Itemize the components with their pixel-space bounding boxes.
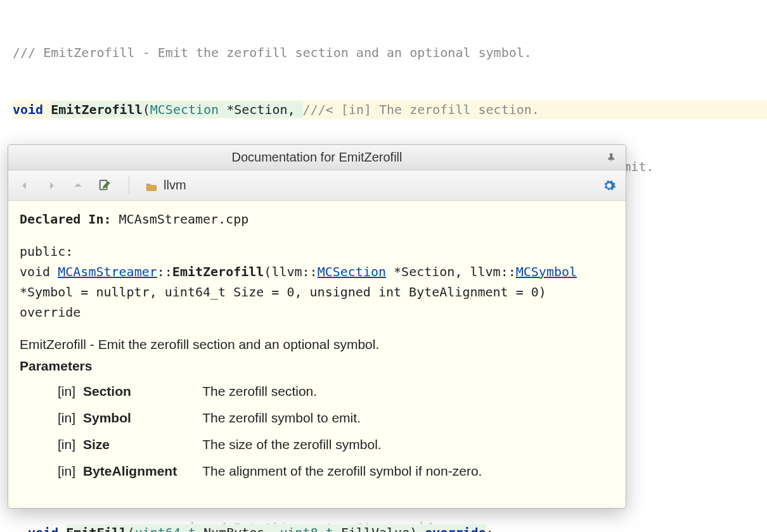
declaration-line: Declared In: MCAsmStreamer.cpp <box>20 210 614 229</box>
comment-line: /// EmitZerofill - Emit the zerofill sec… <box>13 43 767 62</box>
text: *Symbol = nullptr, uint64_t Size = 0, un… <box>20 284 546 320</box>
access: public: <box>20 244 73 259</box>
gear-icon <box>602 179 616 193</box>
param-desc: The size of the zerofill symbol. <box>202 431 488 458</box>
edit-source-button[interactable] <box>97 178 112 193</box>
keyword: void <box>13 102 43 117</box>
description: EmitZerofill - Emit the zerofill section… <box>20 335 614 354</box>
project-link[interactable]: llvm <box>146 178 186 193</box>
text: ( <box>127 525 135 532</box>
pin-icon[interactable] <box>605 151 618 164</box>
popup-titlebar[interactable]: Documentation for EmitZerofill <box>8 145 626 170</box>
param-direction: [in] <box>45 405 83 431</box>
param-row: [in]ByteAlignmentThe alignment of the ze… <box>45 458 488 484</box>
parameters-title: Parameters <box>20 357 614 376</box>
folder-icon <box>146 180 157 191</box>
type: uint8_t <box>280 525 333 532</box>
keyword: override <box>425 525 486 532</box>
text: ( <box>143 102 150 117</box>
space <box>58 525 66 532</box>
signature: public: void MCAsmStreamer::EmitZerofill… <box>20 241 614 322</box>
param-direction: [in] <box>45 378 83 405</box>
popup-title-text: Documentation for EmitZerofill <box>232 150 403 165</box>
param-name: Section <box>83 378 202 405</box>
declared-in-label: Declared In: <box>20 212 112 227</box>
text: ; <box>486 525 494 532</box>
documentation-popup: Documentation for EmitZerofill llvm <box>8 144 626 509</box>
declared-in-file: MCAsmStreamer.cpp <box>119 212 249 227</box>
param-name: Symbol <box>83 405 202 431</box>
param-desc: The alignment of the zerofill symbol if … <box>202 458 488 484</box>
text <box>43 102 51 117</box>
popup-toolbar: llvm <box>8 170 626 201</box>
text: NumBytes, <box>196 525 280 532</box>
type: MCSection <box>150 102 219 117</box>
project-name: llvm <box>164 178 186 193</box>
param-desc: The zerofill section. <box>202 378 488 405</box>
void: void <box>20 264 58 279</box>
text: *Section, llvm:: <box>386 264 516 279</box>
comment: ///< [in] The zerofill section. <box>303 102 539 117</box>
toolbar-separator <box>129 177 129 194</box>
text: (llvm:: <box>264 264 317 279</box>
up-button[interactable] <box>70 178 86 193</box>
text: FillValue) <box>333 525 425 532</box>
settings-button[interactable] <box>602 178 617 193</box>
param-name: ByteAlignment <box>83 458 202 484</box>
highlighted-line: void EmitZerofill(MCSection *Section, //… <box>13 100 767 119</box>
type: uint64_t <box>135 525 196 532</box>
mcsymbol-link[interactable]: MCSymbol <box>516 264 577 279</box>
function-name: EmitZerofill <box>51 102 143 117</box>
param-row: [in]SymbolThe zerofill symbol to emit. <box>45 405 488 431</box>
parameters-table: [in]SectionThe zerofill section. [in]Sym… <box>45 378 488 484</box>
back-button[interactable] <box>17 178 32 193</box>
sep: :: <box>157 264 172 279</box>
text: *Section, <box>219 102 302 117</box>
popup-body[interactable]: Declared In: MCAsmStreamer.cpp public: v… <box>8 201 626 508</box>
keyword: void <box>28 525 58 532</box>
class-link[interactable]: MCAsmStreamer <box>58 264 157 279</box>
code-line-bottom: void EmitFill(uint64_t NumBytes, uint8_t… <box>13 510 494 532</box>
param-direction: [in] <box>45 431 83 458</box>
param-row: [in]SectionThe zerofill section. <box>45 378 488 405</box>
mcsection-link[interactable]: MCSection <box>318 264 386 279</box>
param-desc: The zerofill symbol to emit. <box>202 405 488 431</box>
function-name: EmitFill <box>66 525 127 532</box>
param-row: [in]SizeThe size of the zerofill symbol. <box>45 431 488 458</box>
function-name: EmitZerofill <box>172 264 264 279</box>
param-name: Size <box>83 431 202 458</box>
param-direction: [in] <box>45 458 83 484</box>
forward-button[interactable] <box>44 178 59 193</box>
